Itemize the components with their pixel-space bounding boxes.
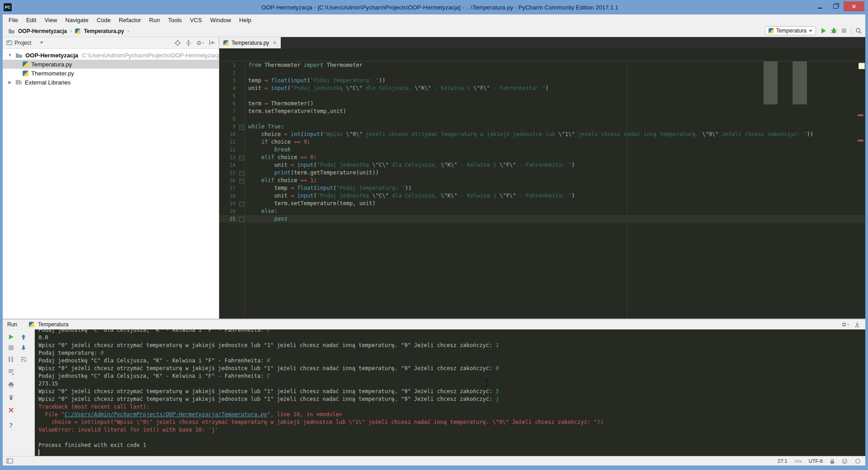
fold-marker-icon[interactable]: – [239, 125, 244, 130]
background-tasks-icon[interactable] [855, 458, 861, 464]
error-stripe-mark[interactable] [858, 114, 863, 116]
fold-marker-icon[interactable]: – [239, 179, 244, 183]
toolbar-separator [851, 27, 851, 34]
menu-tools[interactable]: Tools [164, 14, 186, 25]
close-tab-icon[interactable]: ✕ [273, 40, 276, 45]
collapse-arrow-icon[interactable]: ▶ [7, 80, 13, 85]
line-number: 15 [219, 169, 238, 177]
menu-vcs[interactable]: VCS [186, 14, 206, 25]
pause-output-button[interactable] [7, 356, 14, 363]
console-line-3: Wpisz "0" jeżeli chcesz otrzymać tempera… [38, 342, 865, 349]
run-panel-title[interactable]: Run [7, 321, 17, 328]
pycharm-window: FileEditViewNavigateCodeRefactorRunTools… [3, 14, 865, 465]
up-stack-trace-button[interactable] [20, 333, 27, 340]
run-console[interactable]: Podaj jednostkę "C" dla Celsjusza, "K" -… [35, 329, 865, 456]
console-line-10: Wpisz "0" jeżeli chcesz otrzymać tempera… [38, 395, 865, 403]
line-number: 8 [219, 115, 238, 123]
search-everywhere-icon[interactable] [855, 28, 862, 34]
line-number: 6 [219, 100, 238, 108]
menu-edit[interactable]: Edit [22, 14, 40, 25]
hector-inspections-icon[interactable] [842, 458, 848, 464]
scroll-to-end-button[interactable] [7, 368, 14, 376]
tree-item-oop-hermetyzacja[interactable]: ▼OOP-HermetyzacjaC:\Users\Admin\PycharmP… [3, 51, 219, 60]
down-stack-trace-button[interactable] [20, 344, 27, 351]
caret-position[interactable]: 27:1 [778, 458, 787, 464]
breadcrumb-project[interactable]: OOP-Hermetyzacja [18, 28, 67, 34]
breadcrumb-file[interactable]: Temperatura.py [84, 28, 124, 34]
settings-gear-icon[interactable] [841, 321, 849, 328]
inspection-indicator-icon[interactable] [859, 63, 865, 69]
tab-temperatura-py[interactable]: Temperatura.py ✕ [219, 37, 281, 48]
maximize-button[interactable] [828, 1, 843, 11]
close-button[interactable]: ✕ [844, 1, 864, 11]
tree-item-external-libraries[interactable]: ▶External Libraries [3, 78, 219, 87]
fold-gutter: – [238, 154, 245, 161]
python-icon [29, 322, 34, 327]
fold-gutter [238, 161, 245, 169]
line-number: 11 [219, 138, 238, 146]
rerun-button[interactable] [7, 333, 14, 340]
editor-line-17: 17 temp = float(input("Podaj temperaturę… [219, 184, 865, 192]
print-button[interactable] [7, 381, 14, 388]
menu-navigate[interactable]: Navigate [61, 14, 92, 25]
stop-button[interactable] [841, 28, 847, 33]
hide-tool-window-icon[interactable] [854, 322, 860, 327]
fold-marker-icon[interactable]: ˄ [239, 202, 244, 207]
menu-code[interactable]: Code [93, 14, 115, 25]
collapse-all-icon[interactable] [186, 40, 191, 46]
error-stripe-mark[interactable] [858, 140, 863, 141]
project-panel-title[interactable]: Project [14, 40, 31, 46]
help-button[interactable]: ? [7, 422, 14, 429]
traceback-file-link[interactable]: C:/Users/Admin/PycharmProjects/OOP-Herme… [65, 411, 267, 418]
fold-marker-icon[interactable]: ˄ [239, 217, 244, 222]
file-encoding[interactable]: UTF-8 [809, 458, 823, 464]
locate-icon[interactable] [175, 40, 181, 46]
menu-run[interactable]: Run [145, 14, 164, 25]
code-text: unit = input("Podaj jednostkę \"C\" dla … [245, 192, 575, 200]
editor-line-10: 10 choice = int(input("Wpisz \"0\" jeżel… [219, 131, 865, 138]
pycharm-logo-icon: PC [4, 3, 12, 11]
run-configuration-select[interactable]: Temperatura [765, 26, 816, 35]
fold-marker-icon[interactable]: – [239, 155, 244, 160]
stop-button[interactable] [7, 344, 14, 351]
line-number: 4 [219, 85, 238, 92]
tree-item-temperatura-py[interactable]: Temperatura.py [3, 60, 219, 69]
python-file-icon [23, 70, 28, 76]
menu-view[interactable]: View [40, 14, 61, 25]
breadcrumb: OOP-Hermetyzacja › Temperatura.py › [3, 28, 129, 34]
gutter-divider [245, 61, 245, 319]
hide-panel-icon[interactable] [209, 40, 215, 46]
menu-refactor[interactable]: Refactor [115, 14, 145, 25]
overlay-artifact [764, 61, 778, 104]
debug-button[interactable] [830, 28, 837, 34]
editor-line-8: 8 [219, 115, 865, 123]
code-text: unit = input("Podaj jednostkę \"C\" dla … [245, 85, 549, 92]
expand-arrow-icon[interactable]: ▼ [7, 53, 13, 57]
settings-gear-icon[interactable] [196, 40, 204, 46]
soft-wrap-button[interactable] [20, 356, 27, 363]
console-line-15 [38, 434, 865, 442]
lock-icon[interactable] [830, 458, 835, 464]
fold-gutter [238, 69, 245, 77]
clear-all-button[interactable] [7, 394, 14, 401]
menu-file[interactable]: File [5, 14, 22, 25]
close-console-button[interactable] [7, 406, 14, 414]
run-tab-label[interactable]: Temperatura [38, 321, 68, 328]
fold-marker-icon[interactable]: ˄ [239, 171, 244, 176]
menu-help[interactable]: Help [235, 14, 255, 25]
tree-item-thermometer-py[interactable]: Thermometer.py [3, 69, 219, 78]
fold-gutter: – [238, 123, 245, 131]
editor-line-11: 11 if choice == 9: [219, 138, 865, 146]
code-editor[interactable]: 1from Thermometer import Thermometer23te… [219, 48, 865, 319]
editor-line-9: 9–while True: [219, 123, 865, 131]
line-separator-indicator[interactable]: n/a [795, 458, 802, 464]
libraries-label: External Libraries [25, 79, 71, 86]
menu-window[interactable]: Window [206, 14, 235, 25]
navigation-bar: OOP-Hermetyzacja › Temperatura.py › Temp… [3, 25, 865, 37]
code-text: if choice == 9: [245, 138, 310, 146]
fold-gutter [238, 108, 245, 115]
toggle-toolwindows-button[interactable] [6, 458, 13, 464]
run-button[interactable] [820, 28, 826, 34]
minimize-button[interactable] [813, 1, 827, 11]
chevron-down-icon[interactable] [40, 42, 43, 44]
